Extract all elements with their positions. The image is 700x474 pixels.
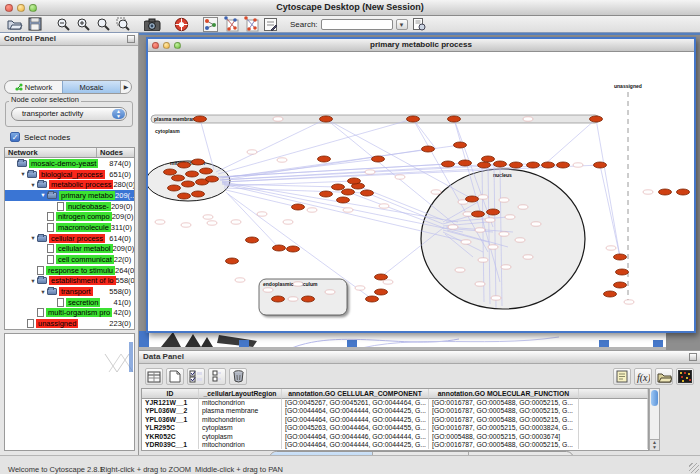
graph-node[interactable] xyxy=(361,190,374,196)
graph-node-small[interactable] xyxy=(231,220,241,224)
graph-node-small[interactable] xyxy=(499,232,509,236)
expand-arrow-icon[interactable]: ▼ xyxy=(19,171,27,177)
tab-network[interactable]: Network xyxy=(5,81,62,93)
graph-node[interactable] xyxy=(677,189,690,195)
graph-node-small[interactable] xyxy=(478,195,488,199)
graph-node[interactable] xyxy=(494,161,507,167)
label-attribute-icon[interactable] xyxy=(613,368,631,385)
graph-node[interactable] xyxy=(200,168,213,174)
graph-node-small[interactable] xyxy=(488,245,498,249)
expand-arrow-icon[interactable]: ▼ xyxy=(39,289,47,295)
zoom-in-icon[interactable] xyxy=(75,17,92,32)
graph-node[interactable] xyxy=(318,156,331,162)
tree-row[interactable]: ▼cellular process614(0) xyxy=(5,233,134,244)
graph-node[interactable] xyxy=(478,162,491,168)
graph-node-small[interactable] xyxy=(606,246,616,250)
table-column-header[interactable]: annotation.GO CELLULAR_COMPONENT xyxy=(282,389,429,399)
table-scrollbar[interactable]: ▲▼ xyxy=(649,388,660,451)
graph-node[interactable] xyxy=(320,191,333,197)
graph-node[interactable] xyxy=(487,209,500,215)
annotation-icon[interactable] xyxy=(262,17,279,32)
graph-node-small[interactable] xyxy=(263,288,273,292)
search-input[interactable] xyxy=(321,19,393,30)
tree-row[interactable]: cellular metabol209(0) xyxy=(5,244,134,255)
matrix-view-icon[interactable] xyxy=(676,368,694,385)
graph-node[interactable] xyxy=(302,296,315,302)
graph-node[interactable] xyxy=(164,169,177,175)
expand-arrow-icon[interactable]: ▼ xyxy=(39,192,47,198)
graph-node[interactable] xyxy=(594,162,607,168)
graph-node[interactable] xyxy=(459,160,472,166)
graph-node-small[interactable] xyxy=(475,282,485,286)
graph-node-small[interactable] xyxy=(235,278,245,282)
graph-node[interactable] xyxy=(659,189,672,195)
graph-node-small[interactable] xyxy=(643,190,653,194)
graph-node[interactable] xyxy=(168,185,181,191)
background-window-strip[interactable] xyxy=(139,331,666,350)
graph-node-small[interactable] xyxy=(365,170,375,174)
graph-node[interactable] xyxy=(226,258,239,264)
scrollbar-thumb[interactable] xyxy=(651,390,658,406)
unselect-attributes-icon[interactable] xyxy=(208,368,226,385)
expand-arrow-icon[interactable]: ▼ xyxy=(29,235,37,241)
graph-node[interactable] xyxy=(510,162,523,168)
graph-node-small[interactable] xyxy=(288,297,298,301)
graph-node[interactable] xyxy=(292,204,305,210)
graph-node[interactable] xyxy=(192,159,205,165)
tree-row[interactable]: nucleobase-209(0) xyxy=(5,201,134,212)
graph-node[interactable] xyxy=(482,156,495,162)
graph-node[interactable] xyxy=(320,116,333,122)
graph-node[interactable] xyxy=(527,162,540,168)
attribute-table[interactable]: ID_cellularLayoutRegionannotation.GO CEL… xyxy=(141,388,649,451)
graph-node-small[interactable] xyxy=(455,268,465,272)
tree-row[interactable]: mosaic-demo-yeast874(0) xyxy=(5,158,134,169)
graph-node-small[interactable] xyxy=(461,240,471,244)
layout-blue-icon[interactable] xyxy=(222,17,239,32)
graph-node-small[interactable] xyxy=(181,223,191,227)
search-config-icon[interactable] xyxy=(411,17,428,32)
network-canvas[interactable]: plasma membrane cytoplasm mitochondrion … xyxy=(148,52,694,331)
graph-node[interactable] xyxy=(272,296,285,302)
graph-node-small[interactable] xyxy=(499,198,509,202)
tree-row[interactable]: ▼biological_process651(0) xyxy=(5,169,134,180)
graph-node[interactable] xyxy=(337,197,350,203)
graph-node-small[interactable] xyxy=(523,117,533,121)
graph-node-small[interactable] xyxy=(515,238,525,242)
import-attributes-icon[interactable] xyxy=(655,368,673,385)
graph-node-small[interactable] xyxy=(155,220,165,224)
help-icon[interactable] xyxy=(173,17,190,32)
graph-node-small[interactable] xyxy=(624,300,634,304)
graph-node-small[interactable] xyxy=(307,208,317,212)
graph-node-small[interactable] xyxy=(207,221,217,225)
graph-node[interactable] xyxy=(472,211,485,217)
graph-node-small[interactable] xyxy=(518,205,528,209)
graph-node[interactable] xyxy=(172,175,185,181)
attribute-table-icon[interactable] xyxy=(145,368,163,385)
select-attributes-icon[interactable] xyxy=(187,368,205,385)
tree-column-nodes[interactable]: Nodes xyxy=(97,148,126,157)
graph-node-small[interactable] xyxy=(383,280,393,284)
title-bar[interactable]: Cytoscape Desktop (New Session) xyxy=(0,0,700,16)
tree-row[interactable]: ▼transport558(0) xyxy=(5,286,134,297)
graph-node[interactable] xyxy=(273,245,286,251)
graph-node-small[interactable] xyxy=(431,190,441,194)
graph-node[interactable] xyxy=(182,181,195,187)
graph-node[interactable] xyxy=(616,269,629,275)
graph-node-small[interactable] xyxy=(203,215,213,219)
graph-node[interactable] xyxy=(604,291,617,297)
graph-node[interactable] xyxy=(287,246,300,252)
graph-node-small[interactable] xyxy=(395,175,405,179)
graph-node-small[interactable] xyxy=(293,282,303,286)
graph-node[interactable] xyxy=(186,171,199,177)
graph-node[interactable] xyxy=(448,116,461,122)
layout-red-icon[interactable] xyxy=(242,17,259,32)
zoom-fit-icon[interactable] xyxy=(95,17,112,32)
zoom-out-icon[interactable] xyxy=(55,17,72,32)
tree-column-network[interactable]: Network xyxy=(5,148,97,157)
graph-node[interactable] xyxy=(542,162,555,168)
graph-node[interactable] xyxy=(342,189,355,195)
graph-node-small[interactable] xyxy=(531,222,541,226)
graph-node[interactable] xyxy=(614,254,627,260)
table-row[interactable]: YLR295Ccytoplasm[GO:0045263, GO:0044464,… xyxy=(142,424,648,432)
graph-node-small[interactable] xyxy=(355,286,365,290)
